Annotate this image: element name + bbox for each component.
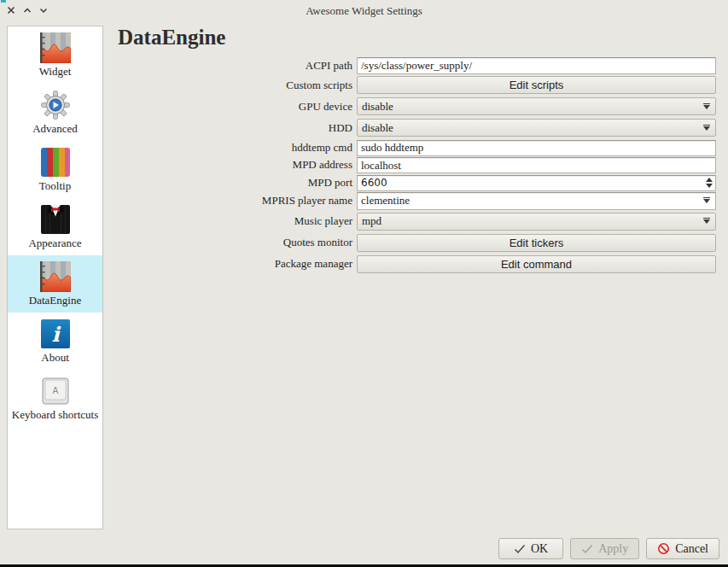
mpd-address-input[interactable] <box>357 157 716 173</box>
field-label: HDD <box>118 121 357 135</box>
field-label: Quotes monitor <box>118 236 357 249</box>
hdd-dropdown[interactable]: disable <box>357 119 716 137</box>
acpi-path-input[interactable] <box>357 57 716 74</box>
spin-down-icon <box>706 184 713 188</box>
sidebar-item-label: DataEngine <box>8 294 102 307</box>
dropdown-arrow-icon <box>703 126 710 131</box>
edit-tickers-button[interactable]: Edit tickers <box>357 234 716 252</box>
sidebar-item-tooltip[interactable]: Tooltip <box>8 141 102 198</box>
dialog-buttons: OK Apply Cancel <box>498 538 719 559</box>
gear-icon <box>40 90 71 120</box>
tuxedo-icon <box>41 205 70 234</box>
sidebar-item-label: Keyboard shortcuts <box>8 408 102 422</box>
field-label: GPU device <box>118 100 357 114</box>
settings-sidebar: Widget Advanced Toolt <box>7 26 103 529</box>
field-label: MPD address <box>118 158 357 172</box>
sidebar-item-keyboard-shortcuts[interactable]: A Keyboard shortcuts <box>8 370 102 427</box>
sidebar-item-label: About <box>8 351 102 365</box>
music-player-dropdown[interactable]: mpd <box>357 213 716 231</box>
dropdown-arrow-icon <box>703 105 710 109</box>
keycap-icon: A <box>42 377 69 405</box>
form-row-hdd: HDD disable <box>118 119 720 137</box>
screen-corner-artifact <box>1 0 6 3</box>
form-row-package-manager: Package manager Edit command <box>118 255 720 273</box>
mpd-port-spinbox[interactable] <box>357 175 716 191</box>
titlebar: Awesome Widget Settings <box>0 0 728 20</box>
hddtemp-cmd-input[interactable] <box>357 140 716 156</box>
field-label: MPRIS player name <box>118 194 357 208</box>
form-row-mpris-player-name: MPRIS player name <box>118 192 720 210</box>
field-label: Custom scripts <box>118 79 357 92</box>
form-row-hddtemp-cmd: hddtemp cmd <box>118 139 720 156</box>
info-icon: i <box>41 319 70 348</box>
sidebar-item-appearance[interactable]: Appearance <box>8 198 102 255</box>
field-label: Package manager <box>118 257 357 271</box>
form-row-custom-scripts: Custom scripts Edit scripts <box>118 76 720 94</box>
checkmark-icon <box>514 544 526 554</box>
form-row-music-player: Music player mpd <box>118 213 720 231</box>
dataengine-form: ACPI path Custom scripts Edit scripts GP… <box>118 57 720 273</box>
sidebar-item-label: Widget <box>8 65 102 79</box>
mpris-player-combobox[interactable] <box>357 192 716 210</box>
chart-icon <box>40 32 71 63</box>
apply-button[interactable]: Apply <box>570 538 639 559</box>
checkmark-icon <box>581 544 593 554</box>
edit-command-button[interactable]: Edit command <box>357 255 716 273</box>
sidebar-item-label: Appearance <box>8 237 102 250</box>
spinbox-arrows[interactable] <box>706 174 713 191</box>
gpu-device-dropdown[interactable]: disable <box>357 97 716 115</box>
svg-text:A: A <box>52 386 58 395</box>
form-row-quotes-monitor: Quotes monitor Edit tickers <box>118 234 720 252</box>
page-title: DataEngine <box>118 26 225 50</box>
sidebar-item-widget[interactable]: Widget <box>8 26 102 84</box>
spin-up-icon <box>706 178 713 182</box>
window-title: Awesome Widget Settings <box>0 4 728 18</box>
cancel-button[interactable]: Cancel <box>646 538 719 559</box>
edit-scripts-button[interactable]: Edit scripts <box>357 76 716 94</box>
form-row-mpd-port: MPD port <box>118 174 720 191</box>
cancel-icon <box>657 542 670 555</box>
field-label: Music player <box>118 214 357 228</box>
form-row-acpi-path: ACPI path <box>118 57 720 74</box>
ok-button[interactable]: OK <box>498 538 563 559</box>
dropdown-arrow-icon <box>703 199 710 203</box>
chart-icon <box>40 261 71 292</box>
sidebar-item-label: Advanced <box>8 122 102 136</box>
form-row-mpd-address: MPD address <box>118 157 720 174</box>
sidebar-item-advanced[interactable]: Advanced <box>8 84 102 141</box>
sidebar-item-about[interactable]: i About <box>8 313 102 370</box>
field-label: hddtemp cmd <box>118 141 357 155</box>
form-row-gpu-device: GPU device disable <box>118 97 720 115</box>
dropdown-arrow-icon <box>703 219 710 224</box>
sidebar-item-label: Tooltip <box>8 179 102 193</box>
field-label: ACPI path <box>118 59 357 73</box>
sidebar-item-dataengine[interactable]: DataEngine <box>8 255 102 313</box>
field-label: MPD port <box>118 176 357 190</box>
color-stripes-icon <box>41 148 70 177</box>
